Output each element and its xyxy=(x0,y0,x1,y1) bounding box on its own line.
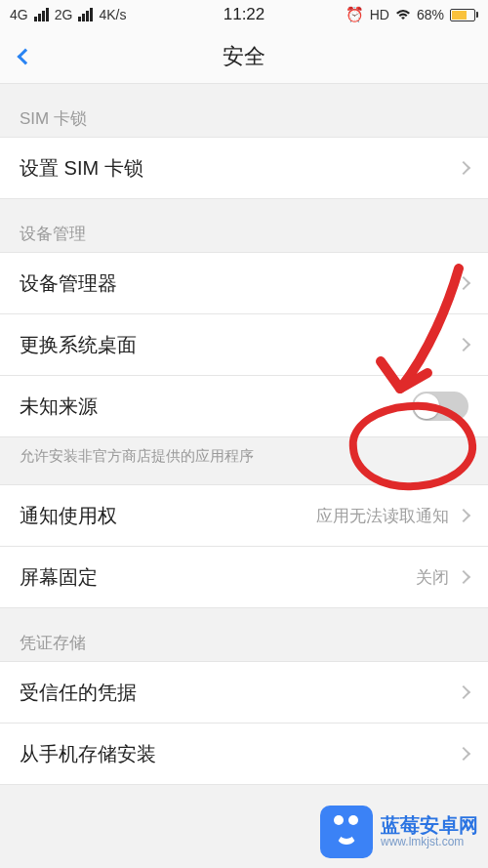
status-bar: 4G 2G 4K/s 11:22 ⏰ HD 68% xyxy=(0,0,488,29)
watermark-icon xyxy=(320,806,373,858)
chevron-right-icon xyxy=(457,276,470,290)
net-speed: 4K/s xyxy=(99,7,126,22)
row-install-from-storage[interactable]: 从手机存储安装 xyxy=(0,723,488,785)
row-screen-pinning[interactable]: 屏幕固定 关闭 xyxy=(0,546,488,608)
chevron-right-icon xyxy=(457,509,470,522)
unknown-sources-footnote: 允许安装非官方商店提供的应用程序 xyxy=(0,437,488,485)
chevron-right-icon xyxy=(457,570,470,584)
section-header-cred: 凭证存储 xyxy=(0,608,488,662)
row-label: 设备管理器 xyxy=(20,270,117,297)
chevron-left-icon xyxy=(18,48,34,64)
row-notification-access[interactable]: 通知使用权 应用无法读取通知 xyxy=(0,484,488,547)
row-label: 屏幕固定 xyxy=(20,564,98,591)
row-label: 设置 SIM 卡锁 xyxy=(20,155,143,182)
row-label: 更换系统桌面 xyxy=(20,332,137,358)
row-label: 未知来源 xyxy=(20,393,98,420)
back-button[interactable] xyxy=(12,43,39,70)
section-header-sim: SIM 卡锁 xyxy=(0,84,488,138)
wifi-icon xyxy=(395,7,411,23)
row-value: 关闭 xyxy=(416,566,449,589)
alarm-icon: ⏰ xyxy=(346,6,364,23)
signal-bars-1 xyxy=(34,8,49,21)
watermark-title: 蓝莓安卓网 xyxy=(381,814,478,836)
row-label: 受信任的凭据 xyxy=(20,680,137,706)
row-value: 应用无法读取通知 xyxy=(316,505,449,527)
row-unknown-sources[interactable]: 未知来源 xyxy=(0,375,488,437)
clock: 11:22 xyxy=(224,5,265,24)
section-header-device: 设备管理 xyxy=(0,199,488,253)
row-device-admin[interactable]: 设备管理器 xyxy=(0,252,488,314)
signal-bars-2 xyxy=(78,8,93,21)
battery-pct: 68% xyxy=(417,7,444,22)
page-title: 安全 xyxy=(223,42,265,71)
watermark-url: www.lmkjst.com xyxy=(381,836,478,848)
battery-icon xyxy=(450,9,478,21)
chevron-right-icon xyxy=(457,161,470,175)
row-label: 通知使用权 xyxy=(20,503,117,529)
row-set-sim-lock[interactable]: 设置 SIM 卡锁 xyxy=(0,137,488,199)
row-trusted-credentials[interactable]: 受信任的凭据 xyxy=(0,661,488,723)
hd-label: HD xyxy=(370,7,389,22)
status-left: 4G 2G 4K/s xyxy=(10,7,126,22)
watermark: 蓝莓安卓网 www.lmkjst.com xyxy=(310,800,488,864)
status-right: ⏰ HD 68% xyxy=(346,6,478,23)
unknown-sources-toggle[interactable] xyxy=(412,392,468,421)
chevron-right-icon xyxy=(457,747,470,761)
chevron-right-icon xyxy=(457,338,470,351)
chevron-right-icon xyxy=(457,685,470,699)
net1-label: 4G xyxy=(10,7,28,22)
nav-header: 安全 xyxy=(0,29,488,84)
row-label: 从手机存储安装 xyxy=(20,741,156,767)
row-change-launcher[interactable]: 更换系统桌面 xyxy=(0,313,488,376)
net2-label: 2G xyxy=(55,7,73,22)
